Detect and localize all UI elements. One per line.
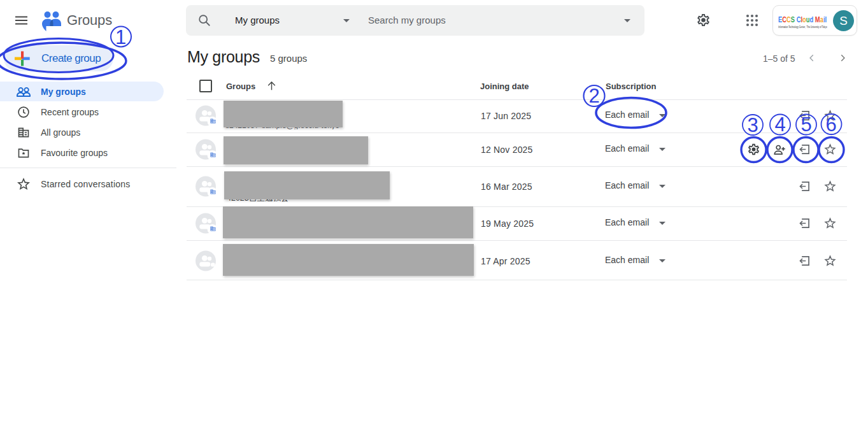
- svg-text:3: 3: [747, 114, 758, 136]
- svg-text:1: 1: [115, 26, 126, 48]
- svg-text:5: 5: [800, 113, 811, 136]
- svg-text:4: 4: [774, 113, 785, 136]
- svg-text:2: 2: [588, 85, 599, 107]
- svg-text:6: 6: [825, 113, 836, 136]
